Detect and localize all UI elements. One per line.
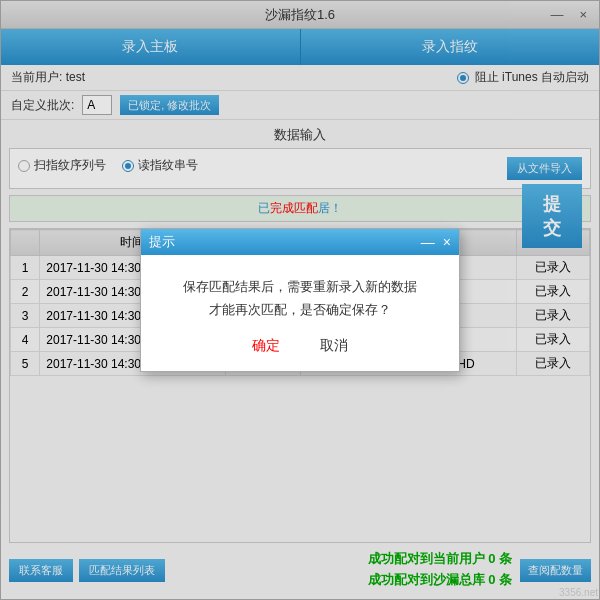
- dialog-message-line2: 才能再次匹配，是否确定保存？: [161, 298, 439, 321]
- dialog-minimize-button[interactable]: —: [421, 234, 435, 250]
- dialog-close-button[interactable]: ×: [443, 234, 451, 250]
- dialog-title: 提示: [149, 233, 175, 251]
- dialog-cancel-button[interactable]: 取消: [320, 337, 348, 355]
- dialog: 提示 — × 保存匹配结果后，需要重新录入新的数据 才能再次匹配，是否确定保存？…: [140, 228, 460, 373]
- dialog-overlay: 提示 — × 保存匹配结果后，需要重新录入新的数据 才能再次匹配，是否确定保存？…: [0, 0, 600, 600]
- dialog-ok-button[interactable]: 确定: [252, 337, 280, 355]
- dialog-footer: 确定 取消: [141, 337, 459, 371]
- watermark: 3356.net: [559, 587, 598, 598]
- dialog-title-bar: 提示 — ×: [141, 229, 459, 255]
- dialog-controls: — ×: [421, 234, 451, 250]
- dialog-message-line1: 保存匹配结果后，需要重新录入新的数据: [161, 275, 439, 298]
- dialog-body: 保存匹配结果后，需要重新录入新的数据 才能再次匹配，是否确定保存？: [141, 255, 459, 338]
